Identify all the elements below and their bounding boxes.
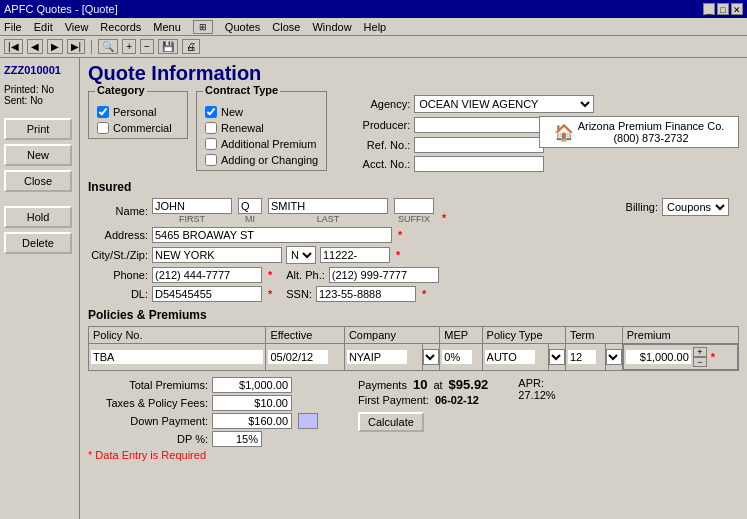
category-personal-checkbox[interactable] xyxy=(97,106,109,118)
company-phone: (800) 873-2732 xyxy=(578,132,725,144)
company-select[interactable]: ▼ xyxy=(423,349,439,365)
address-input[interactable] xyxy=(152,227,392,243)
address-required-star: * xyxy=(398,229,402,241)
toolbar-nav-next[interactable]: ▶ xyxy=(47,39,63,54)
col-mep: MEP xyxy=(440,327,482,344)
minimize-btn[interactable]: _ xyxy=(703,3,715,15)
producer-label: Producer: xyxy=(345,119,410,131)
menu-edit[interactable]: Edit xyxy=(34,21,53,33)
menu-close[interactable]: Close xyxy=(272,21,300,33)
phone-input[interactable] xyxy=(152,267,262,283)
toolbar-add[interactable]: + xyxy=(122,39,136,54)
calculate-button[interactable]: Calculate xyxy=(358,412,424,432)
first-payment-value: 06-02-12 xyxy=(435,394,479,406)
contract-additional-checkbox[interactable] xyxy=(205,138,217,150)
suffix-input[interactable] xyxy=(394,198,434,214)
quote-id: ZZZ010001 xyxy=(4,64,75,76)
premium-minus-btn[interactable]: − xyxy=(693,357,707,367)
menu-window[interactable]: Window xyxy=(312,21,351,33)
apr-section: APR: 27.12% xyxy=(518,377,555,461)
down-payment-label: Down Payment: xyxy=(88,415,208,427)
delete-button[interactable]: Delete xyxy=(4,232,72,254)
contract-new-label: New xyxy=(221,106,243,118)
category-commercial-label: Commercial xyxy=(113,122,172,134)
billing-select[interactable]: Coupons xyxy=(662,198,729,216)
first-payment-row: First Payment: 06-02-12 xyxy=(358,394,488,406)
print-button[interactable]: Print xyxy=(4,118,72,140)
total-premiums-value: $1,000.00 xyxy=(212,377,292,393)
acctno-input[interactable] xyxy=(414,156,544,172)
policy-type-input[interactable] xyxy=(485,350,535,364)
policy-type-cell xyxy=(482,344,548,371)
city-input[interactable] xyxy=(152,247,282,263)
dl-ssn-row: DL: * SSN: * xyxy=(88,286,739,302)
mep-input[interactable] xyxy=(442,350,472,364)
policy-type-select[interactable]: ▼ xyxy=(549,349,565,365)
toolbar-search[interactable]: 🔍 xyxy=(98,39,118,54)
menu-quotes[interactable]: Quotes xyxy=(225,21,260,33)
company-icon: 🏠 xyxy=(554,123,574,142)
company-select-cell: ▼ xyxy=(423,344,440,371)
policies-header: Policies & Premiums xyxy=(88,308,739,322)
middle-name-wrap: MI xyxy=(238,198,262,224)
term-cell xyxy=(565,344,605,371)
contract-renewal-checkbox[interactable] xyxy=(205,122,217,134)
contract-adding-checkbox[interactable] xyxy=(205,154,217,166)
contract-type-title: Contract Type xyxy=(203,84,280,96)
company-input[interactable] xyxy=(347,350,407,364)
menu-help[interactable]: Help xyxy=(364,21,387,33)
toolbar-nav-prev[interactable]: ◀ xyxy=(27,39,43,54)
toolbar-nav-first[interactable]: |◀ xyxy=(4,39,23,54)
menu-records[interactable]: Records xyxy=(100,21,141,33)
premium-plus-minus: + − xyxy=(693,347,707,367)
contract-new-checkbox[interactable] xyxy=(205,106,217,118)
premium-input[interactable] xyxy=(626,350,691,364)
policies-section: Policies & Premiums Policy No. Effective… xyxy=(88,308,739,371)
billing-section: Billing: Coupons xyxy=(626,198,729,216)
close-button[interactable]: Close xyxy=(4,170,72,192)
middle-input[interactable] xyxy=(238,198,262,214)
refno-input[interactable] xyxy=(414,137,544,153)
toolbar: |◀ ◀ ▶ ▶| 🔍 + − 💾 🖨 xyxy=(0,36,747,58)
toolbar-print[interactable]: 🖨 xyxy=(182,39,200,54)
hold-button[interactable]: Hold xyxy=(4,206,72,228)
menu-file[interactable]: File xyxy=(4,21,22,33)
toolbar-icon: ⊞ xyxy=(193,20,213,34)
effective-input[interactable] xyxy=(268,350,328,364)
toolbar-nav-last[interactable]: ▶| xyxy=(67,39,86,54)
state-select[interactable]: NY xyxy=(286,246,316,264)
maximize-btn[interactable]: □ xyxy=(717,3,729,15)
taxes-row: Taxes & Policy Fees: $10.00 xyxy=(88,395,318,411)
premium-cell: + − * xyxy=(623,344,738,370)
toolbar-save[interactable]: 💾 xyxy=(158,39,178,54)
contract-additional-row: Additional Premium xyxy=(205,138,318,150)
toolbar-delete[interactable]: − xyxy=(140,39,154,54)
menu-view[interactable]: View xyxy=(65,21,89,33)
new-button[interactable]: New xyxy=(4,144,72,166)
first-name-input[interactable] xyxy=(152,198,232,214)
term-input[interactable] xyxy=(568,350,596,364)
suffix-sublabel: SUFFIX xyxy=(394,214,434,224)
at-label: at xyxy=(433,379,442,391)
down-payment-row: Down Payment: $160.00 xyxy=(88,413,318,429)
category-commercial-checkbox[interactable] xyxy=(97,122,109,134)
term-select[interactable]: ▼ xyxy=(606,349,622,365)
agency-select[interactable]: OCEAN VIEW AGENCY xyxy=(414,95,594,113)
phone-row: Phone: * Alt. Ph.: xyxy=(88,267,739,283)
col-policy-no: Policy No. xyxy=(89,327,266,344)
zip-input[interactable] xyxy=(320,247,390,263)
menu-menu[interactable]: Menu xyxy=(153,21,181,33)
name-fields: FIRST MI LAST SUFFIX * xyxy=(152,198,446,224)
altph-input[interactable] xyxy=(329,267,439,283)
policy-no-input[interactable] xyxy=(91,350,263,364)
ssn-input[interactable] xyxy=(316,286,416,302)
last-name-input[interactable] xyxy=(268,198,388,214)
premium-plus-btn[interactable]: + xyxy=(693,347,707,357)
dl-input[interactable] xyxy=(152,286,262,302)
address-row: Address: * xyxy=(88,227,739,243)
close-window-btn[interactable]: ✕ xyxy=(731,3,743,15)
altph-label: Alt. Ph.: xyxy=(286,269,325,281)
contract-renewal-row: Renewal xyxy=(205,122,318,134)
first-name-wrap: FIRST xyxy=(152,198,232,224)
contract-adding-label: Adding or Changing xyxy=(221,154,318,166)
